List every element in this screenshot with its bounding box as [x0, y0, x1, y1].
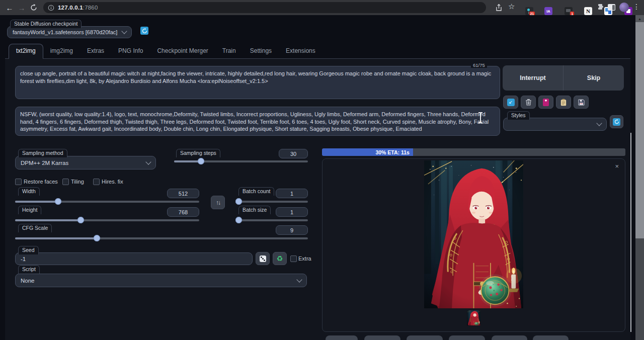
address-bar[interactable]: 127.0.0.1:7860: [43, 2, 486, 13]
tab-train[interactable]: Train: [215, 44, 243, 58]
save-style-button[interactable]: [574, 96, 589, 109]
trash-icon: [525, 99, 532, 106]
extra-seed-checkbox[interactable]: [290, 256, 297, 262]
checkpoint-value: fantasyWorld_v1.safetensors [6870d20fac]: [13, 29, 122, 35]
gallery-action-button[interactable]: [364, 335, 400, 340]
arrow-down-left-icon: ↙: [507, 99, 515, 106]
hires-fix-checkbox[interactable]: [93, 179, 100, 185]
height-input[interactable]: 768: [167, 207, 199, 217]
main-tabs: txt2img img2img Extras PNG Info Checkpoi…: [5, 45, 630, 59]
extension-icon-notion[interactable]: N: [584, 7, 592, 15]
generated-image-preview[interactable]: [424, 160, 523, 308]
swap-dimensions-button[interactable]: ↑↓: [211, 196, 225, 209]
extension-icon-2[interactable]: 1: [565, 7, 573, 15]
seed-label: Seed: [18, 246, 39, 254]
refresh-icon: [142, 28, 147, 34]
chevron-down-icon: [121, 28, 127, 34]
cfg-scale-input[interactable]: 9: [276, 225, 308, 235]
width-label: Width: [18, 187, 40, 196]
recycle-icon: ♻: [277, 254, 283, 263]
tiling-checkbox[interactable]: [62, 179, 69, 185]
browser-profile-avatar[interactable]: [619, 3, 629, 12]
cfg-scale-slider[interactable]: [15, 235, 308, 241]
tab-img2img[interactable]: img2img: [43, 44, 80, 58]
share-icon[interactable]: [495, 4, 503, 14]
batch-size-label: Batch size: [238, 206, 271, 214]
tab-checkpoint-merger[interactable]: Checkpoint Merger: [150, 44, 215, 58]
browser-menu-icon[interactable]: ⋮: [633, 3, 640, 11]
page-scrollbar[interactable]: ▲: [635, 15, 644, 340]
sampling-steps-input[interactable]: 30: [279, 149, 308, 158]
tab-txt2img[interactable]: txt2img: [9, 44, 43, 59]
gallery-action-button[interactable]: [449, 335, 485, 340]
batch-count-slider[interactable]: [235, 198, 308, 205]
gallery-action-button[interactable]: [326, 335, 358, 340]
extra-seed-label: Extra: [298, 256, 311, 262]
width-input[interactable]: 512: [167, 189, 199, 198]
random-seed-button[interactable]: [256, 252, 270, 265]
palette-icon: [543, 99, 549, 106]
refresh-icon: [613, 118, 620, 126]
extra-networks-button[interactable]: [538, 96, 553, 109]
side-panel-icon[interactable]: [608, 4, 615, 11]
sampling-method-dropdown[interactable]: DPM++ 2M Karras: [15, 156, 156, 169]
tiling-label: Tiling: [71, 179, 84, 185]
negative-prompt-textarea[interactable]: NSFW, (worst quality, low quality:1.4), …: [15, 107, 500, 136]
apply-styles-button[interactable]: [556, 96, 571, 109]
tab-settings[interactable]: Settings: [243, 44, 279, 58]
sampling-steps-slider[interactable]: [174, 158, 308, 164]
browser-forward-button[interactable]: →: [16, 2, 27, 13]
prompt-text: close up angle, portrait of a beautiful …: [20, 70, 491, 84]
tab-extras[interactable]: Extras: [80, 44, 111, 58]
sampling-steps-label: Sampling steps: [176, 149, 220, 157]
image-viewer: ×: [322, 158, 625, 332]
negative-prompt-text: NSFW, (worst quality, low quality:1.4), …: [20, 111, 489, 132]
dice-icon: [260, 256, 266, 262]
paste-generation-params-button[interactable]: ↙: [503, 96, 518, 109]
bookmark-star-icon[interactable]: ☆: [508, 2, 515, 11]
script-dropdown[interactable]: None: [15, 274, 307, 287]
clipboard-icon: [560, 99, 567, 106]
gallery-action-button[interactable]: [492, 335, 527, 340]
skip-button[interactable]: Skip: [564, 65, 624, 91]
extension-icon-ia[interactable]: IA: [544, 7, 552, 15]
browser-refresh-button[interactable]: [28, 2, 39, 13]
seed-input[interactable]: -1: [15, 252, 253, 265]
batch-count-label: Batch count: [238, 187, 274, 196]
panel-edge-divider: [630, 133, 631, 332]
width-slider[interactable]: [15, 198, 199, 205]
tab-extensions[interactable]: Extensions: [279, 44, 323, 58]
browser-back-button[interactable]: ←: [4, 2, 15, 13]
url-port: :7860: [83, 5, 98, 11]
interrupt-button[interactable]: Interrupt: [503, 65, 563, 91]
batch-size-slider[interactable]: [235, 217, 308, 223]
prompt-textarea[interactable]: close up angle, portrait of a beautiful …: [15, 66, 500, 99]
close-icon[interactable]: ×: [615, 163, 619, 169]
extension-icon-1[interactable]: 21: [525, 7, 533, 15]
swap-arrows-icon: ↑↓: [216, 199, 220, 206]
height-slider[interactable]: [15, 217, 199, 223]
batch-size-input[interactable]: 1: [276, 207, 308, 217]
extensions-puzzle-icon[interactable]: [596, 3, 604, 13]
clear-prompt-button[interactable]: [521, 96, 536, 109]
batch-count-input[interactable]: 1: [276, 189, 308, 198]
tab-png-info[interactable]: PNG Info: [111, 44, 150, 58]
progress-text: 30% ETA: 11s: [375, 149, 410, 155]
gallery-thumbnail[interactable]: [467, 310, 480, 325]
scrollbar-thumb[interactable]: [635, 22, 644, 238]
reuse-seed-button[interactable]: ♻: [273, 252, 287, 265]
browser-toolbar: ← → 127.0.0.1:7860 ☆ 21 IA 1 N: [0, 0, 644, 15]
styles-refresh-button[interactable]: [610, 115, 623, 128]
cfg-scale-label: CFG Scale: [18, 224, 52, 232]
gallery-action-button[interactable]: [533, 335, 569, 340]
seed-value: -1: [21, 256, 26, 262]
progress-fill: 30% ETA: 11s: [322, 148, 413, 156]
restore-faces-checkbox[interactable]: [15, 179, 22, 185]
gallery-action-button[interactable]: [407, 335, 443, 340]
checkpoint-refresh-button[interactable]: [140, 27, 148, 35]
progress-bar: 30% ETA: 11s: [322, 148, 625, 156]
scrollbar-up-arrow[interactable]: ▲: [635, 15, 644, 22]
site-info-icon[interactable]: [48, 5, 54, 11]
styles-label: Styles: [507, 111, 530, 120]
checkpoint-label: Stable Diffusion checkpoint: [10, 20, 82, 28]
